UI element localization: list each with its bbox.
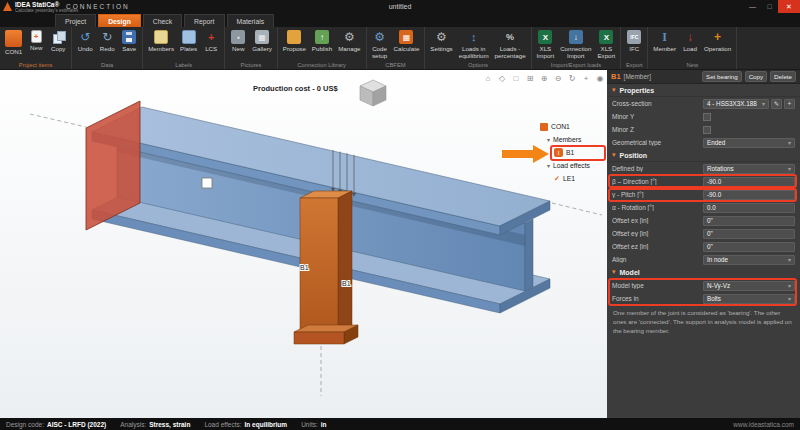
row-forces-in: Forces in Bolts <box>607 292 800 305</box>
home-view-icon[interactable]: ⌂ <box>482 72 494 84</box>
tab-design[interactable]: Design <box>98 14 141 27</box>
lcs-button[interactable]: LCS <box>201 29 221 53</box>
offset-ey-input[interactable]: 0" <box>703 229 795 239</box>
manage-button[interactable]: Manage <box>336 29 362 53</box>
undo-button[interactable]: Undo <box>75 29 95 53</box>
zoom-out-icon[interactable]: ⊖ <box>552 72 564 84</box>
loads-in-equilibrium-button[interactable]: Loads in equilibrium <box>457 29 491 60</box>
pan-icon[interactable]: + <box>580 72 592 84</box>
defined-by-dropdown[interactable]: Rotations <box>703 164 795 174</box>
delete-member-button[interactable]: Delete <box>770 71 796 82</box>
alpha-rotation-input[interactable]: 0.0 <box>703 203 795 213</box>
beam-web-end-face[interactable] <box>525 219 533 291</box>
new-operation-button[interactable]: Operation <box>702 29 733 53</box>
redo-button[interactable]: Redo <box>97 29 117 53</box>
status-design-code: Design code:AISC - LRFD (2022) <box>6 421 106 428</box>
connection-import-button[interactable]: Connection Import <box>558 29 593 60</box>
ifc-export-button[interactable]: IFC <box>624 29 644 53</box>
member-label-box[interactable] <box>202 178 212 188</box>
undo-icon <box>78 30 92 44</box>
publish-button[interactable]: Publish <box>310 29 334 53</box>
edit-cross-section-button[interactable]: ✎ <box>771 99 782 109</box>
member-label-b1-side[interactable]: B1 <box>342 280 351 287</box>
gallery-button[interactable]: Gallery <box>250 29 274 53</box>
section-position[interactable]: Position <box>607 149 800 162</box>
row-offset-ez: Offset ez [in] 0" <box>607 240 800 253</box>
copy-member-button[interactable]: Copy <box>745 71 767 82</box>
new-load-icon <box>683 30 697 44</box>
plate-labels-icon <box>182 30 196 44</box>
calculate-icon <box>399 30 413 44</box>
tab-project[interactable]: Project <box>55 14 96 27</box>
beam-axis-dashed-right <box>552 203 602 215</box>
zoom-window-icon[interactable]: ⊞ <box>524 72 536 84</box>
minor-y-checkbox[interactable] <box>703 113 711 121</box>
rotate-view-icon[interactable]: ↻ <box>566 72 578 84</box>
xls-export-button[interactable]: XLS Export <box>595 29 617 60</box>
plates-labels-button[interactable]: Plates <box>178 29 199 53</box>
offset-ex-input[interactable]: 0" <box>703 216 795 226</box>
tree-item-le1[interactable]: ✓LE1 <box>540 172 606 185</box>
minimize-button[interactable]: — <box>744 0 761 13</box>
be​ta-direction-input[interactable]: -90.0 <box>703 177 795 187</box>
forces-in-dropdown[interactable]: Bolts <box>703 294 795 304</box>
new-load-button[interactable]: Load <box>680 29 700 53</box>
tree-item-members[interactable]: ▾Members <box>540 133 606 146</box>
section-model[interactable]: Model <box>607 266 800 279</box>
align-dropdown[interactable]: In node <box>703 255 795 265</box>
production-cost-label: Production cost - 0 US$ <box>253 84 338 93</box>
tab-materials[interactable]: Materials <box>227 14 275 27</box>
set-bearing-button[interactable]: Set bearing <box>702 71 742 82</box>
model-type-dropdown[interactable]: N-Vy-Vz <box>703 281 795 291</box>
row-cross-section: Cross-section 4 - HSS3X3X.188 ✎ + <box>607 97 800 110</box>
column-side-face[interactable] <box>338 191 352 334</box>
copy-project-item-button[interactable]: Copy <box>48 29 68 53</box>
gamma-pitch-input[interactable]: -90.0 <box>703 190 795 200</box>
3d-viewport[interactable]: B1 B1 ⌂ ◇ □ ⊞ ⊕ ⊖ ↻ + ◉ Production cost … <box>0 70 607 418</box>
connection-import-icon <box>569 30 583 44</box>
close-button[interactable]: ✕ <box>778 0 800 13</box>
maximize-button[interactable]: □ <box>761 0 778 13</box>
members-labels-button[interactable]: Members <box>146 29 176 53</box>
row-alpha-rotation: α - Rotation [°] 0.0 <box>607 201 800 214</box>
tree-item-load-effects[interactable]: ▾Load effects <box>540 159 606 172</box>
offset-ez-input[interactable]: 0" <box>703 242 795 252</box>
tree-item-con1[interactable]: CON1 <box>540 120 606 133</box>
website-link[interactable]: www.ideastatica.com <box>733 421 794 428</box>
add-cross-section-button[interactable]: + <box>784 99 795 109</box>
ribbon-group-export: IFC Export <box>621 27 648 69</box>
code-setup-button[interactable]: Code setup <box>370 29 390 60</box>
tab-report[interactable]: Report <box>184 14 224 27</box>
front-view-icon[interactable]: □ <box>510 72 522 84</box>
calculate-button[interactable]: Calculate <box>392 29 422 53</box>
tab-check[interactable]: Check <box>143 14 182 27</box>
new-picture-button[interactable]: New <box>228 29 248 53</box>
base-plate-front-face[interactable] <box>294 332 344 344</box>
cross-section-dropdown[interactable]: 4 - HSS3X3X.188 <box>703 99 769 109</box>
project-tree: CON1 ▾Members B1 ▾Load effects ✓LE1 <box>540 120 606 185</box>
screenshot-icon[interactable]: ◉ <box>594 72 606 84</box>
new-member-icon <box>658 30 672 44</box>
propose-button[interactable]: Propose <box>281 29 308 53</box>
new-project-item-button[interactable]: New <box>26 29 46 52</box>
tree-item-b1[interactable]: B1 <box>540 146 606 159</box>
ribbon-group-project-items: CON1 New Copy Project items <box>0 27 72 69</box>
con1-button[interactable]: CON1 <box>3 29 24 56</box>
minor-z-checkbox[interactable] <box>703 126 711 134</box>
viewport-toolbar: ⌂ ◇ □ ⊞ ⊕ ⊖ ↻ + ◉ <box>482 72 606 84</box>
new-member-button[interactable]: Member <box>651 29 678 53</box>
save-button[interactable]: Save <box>119 29 139 53</box>
member-label-b1-top[interactable]: B1 <box>300 264 309 271</box>
settings-button[interactable]: Settings <box>428 29 454 53</box>
chevron-down-icon: ▾ <box>547 162 550 169</box>
geometrical-type-dropdown[interactable]: Ended <box>703 138 795 148</box>
ribbon-group-import-export-loads: XLS Import Connection Import XLS Export … <box>532 27 622 69</box>
iso-view-icon[interactable]: ◇ <box>496 72 508 84</box>
3d-scene[interactable]: B1 B1 <box>0 70 607 418</box>
section-properties[interactable]: Properties <box>607 84 800 97</box>
zoom-in-icon[interactable]: ⊕ <box>538 72 550 84</box>
row-offset-ex: Offset ex [in] 0" <box>607 214 800 227</box>
loads-percentage-button[interactable]: Loads - percentage <box>493 29 528 60</box>
xls-import-button[interactable]: XLS Import <box>535 29 557 60</box>
navigation-cube[interactable] <box>356 78 390 108</box>
